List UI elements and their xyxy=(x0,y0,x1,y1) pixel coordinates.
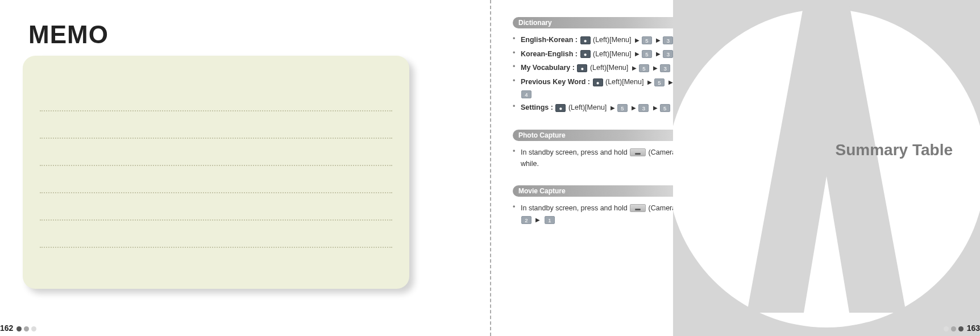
dict-item-previous-keyword: Previous Key Word : ● (Left)[Menu] ▶5 ▶3… xyxy=(513,75,699,101)
arrow-icon: ▶ xyxy=(653,102,658,114)
footer-dots-left xyxy=(15,323,38,333)
footer-dots-right xyxy=(942,323,965,333)
menu-key-icon: ● xyxy=(580,36,591,44)
right-column: Dictionary English-Korean : ● (Left)[Men… xyxy=(513,17,699,242)
memo-card xyxy=(23,56,409,289)
item-label: English-Korean : xyxy=(521,36,578,44)
dict-item-english-korean: English-Korean : ● (Left)[Menu] ▶5 ▶3 ▶1 xyxy=(513,33,699,47)
camera-key-icon: ▬ xyxy=(630,204,646,212)
menu-text: (Left)[Menu] xyxy=(593,36,631,44)
arrow-icon: ▶ xyxy=(653,63,658,74)
dict-item-korean-english: Korean-English : ● (Left)[Menu] ▶5 ▶3 ▶2 xyxy=(513,47,699,61)
arrow-icon: ▶ xyxy=(535,214,540,226)
numkey: 5 xyxy=(639,64,649,72)
menu-key-icon: ● xyxy=(577,64,587,72)
left-page: MEMO 162 xyxy=(0,0,490,336)
arrow-icon: ▶ xyxy=(656,48,661,60)
menu-key-icon: ● xyxy=(593,78,603,86)
numkey: 5 xyxy=(642,36,652,44)
movie-item: In standby screen, press and hold ▬ (Cam… xyxy=(513,201,699,227)
arrow-icon: ▶ xyxy=(611,102,615,114)
memo-title: MEMO xyxy=(28,20,467,49)
memo-line xyxy=(40,166,392,193)
menu-text: (Left)[Menu] xyxy=(590,64,628,72)
memo-line xyxy=(40,221,392,248)
item-label: Korean-English : xyxy=(521,50,578,58)
dictionary-header: Dictionary xyxy=(513,17,699,28)
movie-header: Movie Capture xyxy=(513,185,699,197)
numkey: 5 xyxy=(660,104,670,112)
numkey: 5 xyxy=(617,104,628,112)
numkey: 3 xyxy=(660,64,670,72)
dict-item-settings: Settings : ● (Left)[Menu] ▶5 ▶3 ▶5 xyxy=(513,101,699,115)
memo-line xyxy=(40,111,392,139)
item-label: Settings : xyxy=(521,103,553,111)
left-page-number: 162 xyxy=(0,323,38,333)
numkey: 3 xyxy=(663,50,673,58)
menu-key-icon: ● xyxy=(555,104,566,112)
memo-line xyxy=(40,84,392,111)
arrow-icon: ▶ xyxy=(635,35,640,46)
numkey: 5 xyxy=(654,78,665,86)
numkey: 5 xyxy=(642,50,652,58)
photo-list: In standby screen, press and hold ▬ (Cam… xyxy=(513,146,699,171)
dictionary-list: English-Korean : ● (Left)[Menu] ▶5 ▶3 ▶1… xyxy=(513,33,699,115)
numkey: 4 xyxy=(521,90,531,98)
arrow-icon: ▶ xyxy=(635,48,640,60)
arrow-icon: ▶ xyxy=(632,63,637,74)
memo-line xyxy=(40,139,392,166)
menu-key-icon: ● xyxy=(580,50,591,58)
numkey: 3 xyxy=(638,104,649,112)
camera-key-icon: ▬ xyxy=(630,148,646,156)
right-page: Dictionary English-Korean : ● (Left)[Men… xyxy=(490,0,980,336)
memo-line xyxy=(40,248,392,275)
item-label: My Vocabulary : xyxy=(521,64,575,72)
dict-item-my-vocabulary: My Vocabulary : ● (Left)[Menu] ▶5 ▶3 ▶3 xyxy=(513,61,699,75)
memo-line xyxy=(40,193,392,221)
right-page-number: 163 xyxy=(942,323,980,333)
arrow-icon: ▶ xyxy=(647,77,652,88)
menu-text: (Left)[Menu] xyxy=(568,103,607,111)
numkey: 2 xyxy=(521,216,531,224)
arrow-icon: ▶ xyxy=(632,102,636,114)
photo-text-pre: In standby screen, press and hold xyxy=(521,148,629,156)
logo-panel: Summary Table xyxy=(673,0,980,336)
menu-text: (Left)[Menu] xyxy=(605,78,643,86)
photo-header: Photo Capture xyxy=(513,130,699,141)
page-num: 163 xyxy=(967,323,980,333)
photo-item: In standby screen, press and hold ▬ (Cam… xyxy=(513,146,699,171)
page-spread: MEMO 162 Dictionary English-Korean : ● xyxy=(0,0,980,336)
arrow-icon: ▶ xyxy=(656,35,661,46)
page-num: 162 xyxy=(0,323,13,333)
movie-text-pre: In standby screen, press and hold xyxy=(521,204,629,212)
menu-text: (Left)[Menu] xyxy=(593,50,631,58)
numkey: 1 xyxy=(545,216,555,224)
summary-title: Summary Table xyxy=(836,141,953,159)
item-label: Previous Key Word : xyxy=(521,78,590,86)
numkey: 3 xyxy=(663,36,673,44)
movie-list: In standby screen, press and hold ▬ (Cam… xyxy=(513,201,699,227)
